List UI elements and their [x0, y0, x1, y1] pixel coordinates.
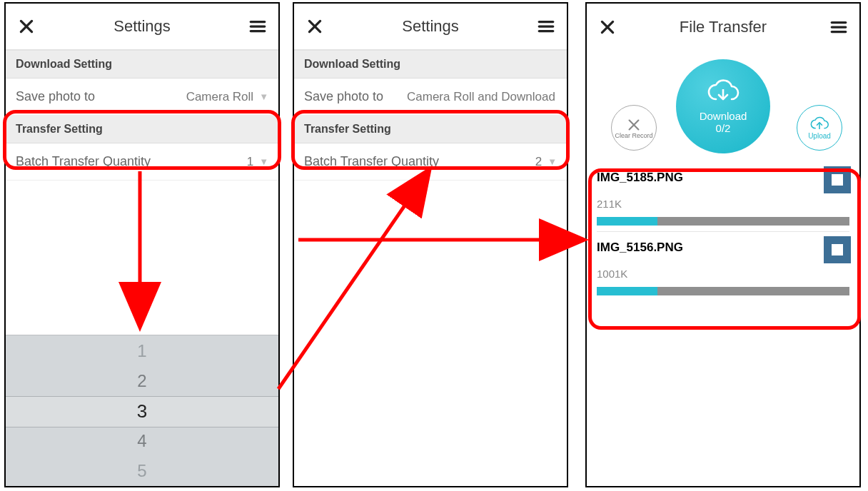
upload-button[interactable]: Upload: [797, 105, 842, 151]
settings-screen-2: Settings Download Setting Save photo to …: [293, 2, 568, 487]
upload-label: Upload: [808, 132, 831, 140]
menu-icon[interactable]: [535, 16, 557, 37]
save-photo-value: Camera Roll and Download: [407, 90, 555, 104]
stop-icon: [832, 174, 843, 186]
transfer-section-header: Transfer Setting: [294, 116, 567, 143]
stop-button[interactable]: [824, 166, 851, 193]
transfer-item: IMG_5185.PNG 211K: [587, 165, 859, 235]
batch-quantity-value: 1: [247, 155, 253, 169]
progress-bar: [597, 217, 849, 226]
page-title: Settings: [37, 17, 247, 36]
page-title: File Transfer: [618, 18, 828, 36]
download-section-header: Download Setting: [294, 51, 567, 79]
close-icon[interactable]: [597, 16, 618, 38]
transfer-section-header: Transfer Setting: [6, 116, 278, 143]
progress-bar: [597, 287, 849, 295]
picker-option-selected[interactable]: 3: [6, 396, 278, 426]
batch-quantity-row[interactable]: Batch Transfer Quantity 2 ▼: [294, 143, 567, 181]
transfer-item: IMG_5156.PNG 1001K: [587, 235, 859, 298]
file-transfer-screen: File Transfer Download 0/2 Clear Record: [585, 2, 861, 487]
save-photo-label: Save photo to: [304, 89, 383, 104]
file-transfer-actions: Download 0/2 Clear Record Upload: [587, 51, 859, 165]
save-photo-row[interactable]: Save photo to Camera Roll ▼: [6, 79, 278, 116]
save-photo-value: Camera Roll: [186, 90, 253, 104]
divider: [597, 231, 849, 232]
chevron-down-icon: ▼: [259, 91, 268, 102]
file-name: IMG_5156.PNG: [597, 241, 849, 255]
file-size: 211K: [597, 198, 849, 210]
download-label: Download: [700, 110, 747, 122]
batch-quantity-label: Batch Transfer Quantity: [16, 154, 151, 169]
file-name: IMG_5185.PNG: [597, 171, 849, 185]
header: File Transfer: [587, 4, 859, 51]
batch-quantity-row[interactable]: Batch Transfer Quantity 1 ▼: [6, 143, 278, 181]
stop-icon: [832, 244, 843, 255]
picker-option[interactable]: 5: [6, 456, 278, 486]
stop-button[interactable]: [824, 236, 851, 263]
clear-record-button[interactable]: Clear Record: [611, 105, 657, 151]
number-picker[interactable]: 1 2 3 4 5: [6, 335, 278, 486]
save-photo-label: Save photo to: [16, 89, 95, 104]
picker-option[interactable]: 2: [6, 366, 278, 396]
close-icon[interactable]: [304, 16, 326, 37]
save-photo-row[interactable]: Save photo to Camera Roll and Download ▼: [294, 79, 567, 116]
close-icon[interactable]: [16, 16, 37, 37]
chevron-down-icon: ▼: [259, 156, 268, 167]
chevron-down-icon: ▼: [547, 156, 557, 167]
batch-quantity-label: Batch Transfer Quantity: [304, 154, 439, 169]
menu-icon[interactable]: [828, 16, 849, 38]
header: Settings: [6, 4, 278, 51]
cloud-download-icon: [706, 79, 740, 107]
picker-option[interactable]: 1: [6, 336, 278, 366]
download-section-header: Download Setting: [6, 51, 278, 79]
header: Settings: [294, 4, 567, 51]
progress-fill: [597, 217, 657, 226]
settings-screen-1: Settings Download Setting Save photo to …: [4, 2, 280, 487]
clear-record-label: Clear Record: [615, 133, 652, 139]
file-size: 1001K: [597, 268, 849, 280]
download-progress: 0/2: [716, 122, 731, 134]
picker-option[interactable]: 4: [6, 426, 278, 456]
download-button[interactable]: Download 0/2: [676, 59, 770, 153]
batch-quantity-value: 2: [535, 155, 542, 169]
transfer-list: IMG_5185.PNG 211K IMG_5156.PNG 1001K: [587, 165, 859, 298]
progress-fill: [597, 287, 657, 295]
menu-icon[interactable]: [247, 16, 268, 37]
page-title: Settings: [326, 17, 535, 36]
